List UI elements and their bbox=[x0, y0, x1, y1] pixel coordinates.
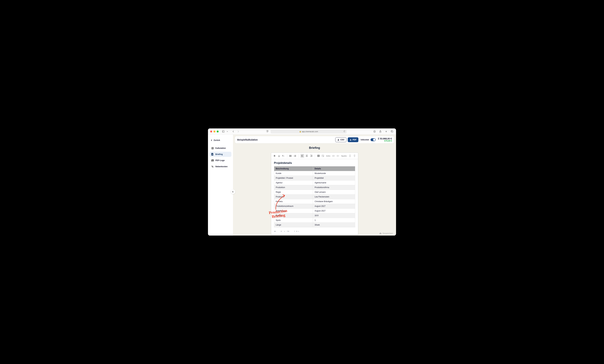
table-cell[interactable]: 30sek bbox=[313, 223, 355, 227]
topbar: Beispielkalkulation CSV PDF Istkosten Σ … bbox=[235, 136, 394, 143]
window-minimize-icon[interactable] bbox=[214, 131, 215, 132]
sidebar-item-briefing[interactable]: Briefing bbox=[210, 152, 231, 157]
table-cell[interactable]: Projekttitel bbox=[313, 176, 355, 180]
istkosten-toggle[interactable] bbox=[370, 138, 376, 141]
table-row[interactable]: KameraChristiane Bräutigam bbox=[274, 199, 355, 204]
svg-text:3: 3 bbox=[294, 156, 294, 157]
table-cell[interactable]: Format bbox=[274, 213, 313, 218]
total-remaining: 670,00 € bbox=[378, 140, 392, 142]
insert-table-button[interactable] bbox=[316, 154, 320, 158]
svg-point-20 bbox=[212, 166, 212, 166]
sidebar-item-label: Briefing bbox=[215, 153, 223, 155]
insert-column-button[interactable] bbox=[348, 154, 352, 158]
export-csv-button[interactable]: CSV bbox=[335, 137, 346, 142]
sidebar-collapse-button[interactable] bbox=[231, 189, 235, 194]
table-row[interactable]: ProduktionProduktionsfirma bbox=[274, 185, 355, 190]
table-row[interactable]: ProduktionszeitraumAugust 2027 bbox=[274, 204, 355, 209]
numbered-list-button[interactable]: 123 bbox=[293, 154, 297, 158]
delete-table-button[interactable] bbox=[321, 154, 325, 158]
share-icon[interactable] bbox=[378, 130, 382, 133]
new-tab-icon[interactable] bbox=[384, 130, 388, 133]
export-pdf-button[interactable]: PDF bbox=[348, 137, 358, 142]
window-close-icon[interactable] bbox=[210, 131, 212, 132]
table-header: Details bbox=[313, 166, 355, 171]
table-cell[interactable]: Ablieferung bbox=[274, 209, 313, 213]
table-row[interactable]: Format16:9 bbox=[274, 213, 355, 218]
tabs-overview-icon[interactable] bbox=[390, 130, 394, 133]
delete-column-button[interactable] bbox=[352, 154, 356, 158]
underline-button[interactable]: U bbox=[277, 154, 281, 158]
table-header: Beschreibung bbox=[274, 166, 313, 171]
table-cell[interactable]: August 2027 bbox=[313, 204, 355, 209]
address-bar[interactable]: 🔒 app.cinemacalc.com bbox=[271, 130, 347, 133]
sidebar-item-nebenkosten[interactable]: Nebenkosten bbox=[210, 164, 231, 169]
align-right-button[interactable] bbox=[309, 154, 313, 158]
svg-rect-13 bbox=[213, 148, 213, 149]
bullet-list-button[interactable] bbox=[289, 154, 293, 158]
svg-point-28 bbox=[290, 155, 290, 155]
table-cell[interactable]: Musterkunde bbox=[313, 171, 355, 176]
table-cell[interactable]: Christiane Bräutigam bbox=[313, 199, 355, 204]
table-cell[interactable]: 16:9 bbox=[313, 213, 355, 218]
table-cell[interactable]: Produktionszeitraum bbox=[274, 204, 313, 209]
svg-point-18 bbox=[212, 160, 212, 161]
nav-back-button[interactable] bbox=[232, 130, 235, 133]
table-row[interactable]: Länge30sek bbox=[274, 223, 355, 227]
privacy-shield-icon[interactable] bbox=[266, 130, 268, 133]
download-icon[interactable] bbox=[373, 130, 376, 133]
table-row[interactable]: AgenturAgenturname bbox=[274, 180, 355, 185]
table-cell[interactable]: Agenturname bbox=[313, 180, 355, 185]
nav-forward-button[interactable] bbox=[236, 130, 240, 133]
table-row[interactable]: Projekttitel / ProduktProjekttitel bbox=[274, 176, 355, 180]
table-cell[interactable]: Spots bbox=[274, 218, 313, 223]
align-center-button[interactable] bbox=[305, 154, 309, 158]
table-row[interactable]: AblieferungAugust 2027 bbox=[274, 209, 355, 213]
sidebar-item-label: PDF-Logo bbox=[215, 159, 225, 162]
table-cell[interactable]: Lea Fleckenstein bbox=[313, 195, 355, 199]
svg-point-32 bbox=[290, 156, 290, 157]
table-cell[interactable]: Projekttitel / Produkt bbox=[274, 176, 313, 180]
table-cell[interactable]: Olaf Lemann bbox=[313, 190, 355, 195]
table-cell[interactable]: Kamera bbox=[274, 199, 313, 204]
svg-rect-9 bbox=[212, 147, 214, 149]
svg-text:T: T bbox=[282, 155, 283, 157]
chevron-down-icon[interactable] bbox=[226, 130, 228, 133]
table-row[interactable]: ProducerLea Fleckenstein bbox=[274, 195, 355, 199]
istkosten-control: Istkosten bbox=[361, 138, 376, 141]
table-cell[interactable]: Agentur bbox=[274, 180, 313, 185]
sidebar-toggle-icon[interactable] bbox=[222, 130, 225, 133]
table-row[interactable]: RegieOlaf Lemann bbox=[274, 190, 355, 195]
refresh-icon[interactable] bbox=[343, 130, 345, 133]
align-left-button[interactable] bbox=[300, 154, 304, 158]
delete-row-button[interactable] bbox=[336, 154, 340, 158]
svg-point-21 bbox=[213, 167, 213, 167]
col-label: Spalte: bbox=[341, 155, 347, 157]
bold-button[interactable]: B bbox=[273, 154, 277, 158]
sidebar-item-pdf-logo[interactable]: PDF-Logo bbox=[210, 158, 231, 163]
table-cell[interactable]: Producer bbox=[274, 195, 313, 199]
table-row[interactable]: Spots1 bbox=[274, 218, 355, 223]
table-cell[interactable]: August 2027 bbox=[313, 209, 355, 213]
svg-rect-15 bbox=[212, 154, 213, 155]
insert-row-button[interactable] bbox=[332, 154, 336, 158]
text-format-button[interactable]: TT bbox=[282, 154, 286, 158]
csv-label: CSV bbox=[340, 139, 344, 141]
project-title: Beispielkalkulation bbox=[237, 138, 258, 141]
table-cell[interactable]: Produktionsfirma bbox=[313, 185, 355, 190]
svg-rect-14 bbox=[212, 154, 213, 154]
table-cell[interactable]: Länge bbox=[274, 223, 313, 227]
window-maximize-icon[interactable] bbox=[217, 131, 219, 132]
table-cell[interactable]: 1 bbox=[313, 218, 355, 223]
table-cell[interactable]: Produktion bbox=[274, 185, 313, 190]
table-cell[interactable]: Regie bbox=[274, 190, 313, 195]
editor-body[interactable]: Projektdetails Beschreibung Details Kund… bbox=[271, 159, 358, 235]
table-cell[interactable]: Kunde bbox=[274, 171, 313, 176]
svg-rect-8 bbox=[391, 131, 393, 132]
document-icon bbox=[211, 153, 214, 156]
sidebar-item-kalkulation[interactable]: Kalkulation bbox=[210, 146, 231, 151]
percent-icon bbox=[211, 165, 214, 168]
sidebar-item-label: Nebenkosten bbox=[215, 165, 227, 168]
details-table[interactable]: Beschreibung Details KundeMusterkundePro… bbox=[274, 166, 355, 227]
table-row[interactable]: KundeMusterkunde bbox=[274, 171, 355, 176]
back-link[interactable]: Zurück bbox=[210, 138, 231, 145]
